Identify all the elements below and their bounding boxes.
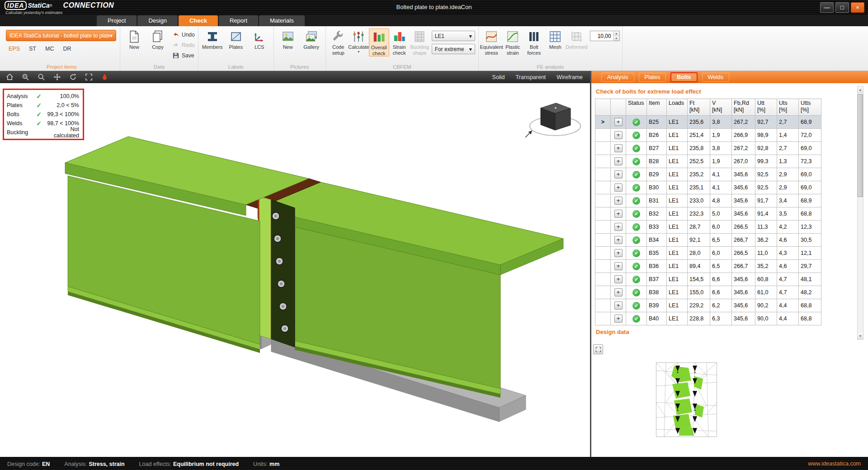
- bolt-row-B26[interactable]: +✓B26LE1251,41,9266,998,91,472,0: [595, 129, 821, 142]
- home-icon[interactable]: [5, 73, 14, 81]
- bolt-row-B27[interactable]: +✓B27LE1235,83,8267,292,82,769,0: [595, 142, 821, 155]
- maximize-button[interactable]: □: [835, 2, 849, 13]
- bolt-row-B29[interactable]: +✓B29LE1235,24,1345,692,52,969,0: [595, 168, 821, 181]
- bolt-row-B32[interactable]: +✓B32LE1232,35,0345,691,43,568,8: [595, 207, 821, 221]
- mode-eps-button[interactable]: EPS: [9, 46, 20, 52]
- expand-preview-button[interactable]: [593, 344, 603, 354]
- equivalent-stress-button[interactable]: Equivalent stress: [481, 28, 502, 56]
- zoom-icon[interactable]: [37, 73, 46, 81]
- expand-row-button[interactable]: +: [614, 301, 623, 310]
- expand-row-button[interactable]: +: [614, 249, 623, 257]
- bolt-row-B35[interactable]: +✓B35LE128,06,0266,511,04,312,1: [595, 247, 821, 260]
- bolt-row-B40[interactable]: +✓B40LE1228,86,3345,690,04,468,8: [595, 312, 821, 325]
- expand-row-button[interactable]: +: [614, 210, 623, 218]
- col-header-utts[interactable]: Utts[%]: [799, 99, 821, 116]
- col-header-loads[interactable]: Loads: [667, 99, 688, 116]
- expand-row-button[interactable]: +: [614, 170, 623, 179]
- undo-button[interactable]: Undo: [172, 30, 195, 39]
- tab-bolts[interactable]: Bolts: [670, 72, 697, 82]
- expand-row-button[interactable]: +: [614, 197, 623, 205]
- scroll-down-icon[interactable]: ▼: [858, 333, 863, 339]
- expand-row-button[interactable]: +: [614, 288, 623, 296]
- rotate-icon[interactable]: [69, 73, 77, 81]
- ribbon-tab-report[interactable]: Report: [219, 15, 258, 26]
- paint-results-icon[interactable]: [100, 73, 109, 81]
- mode-mc-button[interactable]: MC: [45, 46, 54, 52]
- calculate-button[interactable]: Calculate ▾: [349, 28, 369, 54]
- lcs-label-button[interactable]: LCS: [248, 28, 271, 50]
- tab-analysis[interactable]: Analysis: [601, 73, 634, 82]
- scroll-up-icon[interactable]: ▲: [858, 86, 863, 93]
- bolt-row-B39[interactable]: +✓B39LE1229,26,2345,690,24,468,8: [595, 299, 821, 312]
- col-header-v[interactable]: V[kN]: [710, 99, 732, 116]
- strain-check-button[interactable]: Strain check: [389, 28, 410, 56]
- expand-row-button[interactable]: +: [614, 131, 623, 139]
- tab-welds[interactable]: Welds: [702, 73, 730, 82]
- viewport-3d-scene[interactable]: Analysis✓100,0%Plates✓2,0 < 5%Bolts✓99,3…: [0, 83, 590, 457]
- mode-dr-button[interactable]: DR: [63, 46, 71, 52]
- ribbon-tab-design[interactable]: Design: [137, 15, 177, 26]
- bolt-row-B31[interactable]: +✓B31LE1233,04,8345,691,73,468,9: [595, 194, 821, 207]
- right-beam-member[interactable]: [258, 182, 563, 398]
- navigation-cube[interactable]: [525, 103, 580, 137]
- col-header-utt[interactable]: Utt[%]: [755, 99, 777, 116]
- extreme-mode-dropdown[interactable]: For extreme ▾: [432, 44, 475, 54]
- expand-row-button[interactable]: +: [614, 315, 623, 323]
- bolt-forces-preview[interactable]: [656, 362, 717, 437]
- pan-icon[interactable]: [53, 73, 61, 81]
- bolt-row-B34[interactable]: +✓B34LE192,16,5266,736,24,630,5: [595, 234, 821, 247]
- load-effect-dropdown[interactable]: LE1 ▾: [432, 31, 475, 41]
- view-mode-transparent[interactable]: Transparent: [514, 74, 547, 80]
- copy-button[interactable]: Copy: [146, 28, 170, 50]
- close-button[interactable]: ×: [851, 2, 864, 13]
- fit-view-icon[interactable]: [85, 73, 93, 81]
- expand-row-button[interactable]: +: [614, 236, 623, 244]
- panel-scrollbar[interactable]: ▲ ▼: [857, 86, 863, 340]
- mode-st-button[interactable]: ST: [29, 46, 36, 52]
- save-button[interactable]: Save: [172, 51, 195, 60]
- design-data-section-title[interactable]: Design data: [596, 329, 629, 335]
- ribbon-tab-materials[interactable]: Materials: [259, 15, 305, 26]
- col-header-control[interactable]: [611, 99, 626, 116]
- bolt-row-B37[interactable]: +✓B37LE1154,56,6345,660,84,748,1: [595, 273, 821, 286]
- overall-check-button[interactable]: Overall check: [369, 28, 389, 56]
- bolt-row-B28[interactable]: +✓B28LE1252,51,9267,099,31,372,3: [595, 155, 821, 168]
- expand-row-button[interactable]: +: [614, 275, 623, 283]
- col-header-control[interactable]: [595, 99, 611, 116]
- view-mode-solid[interactable]: Solid: [491, 74, 507, 80]
- gallery-button[interactable]: Gallery: [300, 28, 323, 50]
- scene-svg[interactable]: [0, 83, 590, 457]
- bolt-row-B30[interactable]: +✓B30LE1235,14,1345,692,52,969,0: [595, 181, 821, 194]
- col-header-fbrd[interactable]: Fb,Rd[kN]: [732, 99, 755, 116]
- code-setup-button[interactable]: Code setup: [328, 28, 349, 56]
- col-header-uts[interactable]: Uts[%]: [777, 99, 799, 116]
- expand-row-button[interactable]: +: [614, 223, 623, 231]
- col-header-ft[interactable]: Ft[kN]: [688, 99, 710, 116]
- ribbon-tab-check[interactable]: Check: [179, 15, 218, 26]
- expand-row-button[interactable]: +: [614, 118, 623, 126]
- expand-row-button[interactable]: +: [614, 262, 623, 270]
- bolt-row-B38[interactable]: +✓B38LE1155,06,6345,661,04,748,2: [595, 286, 821, 299]
- minimize-button[interactable]: —: [820, 2, 834, 13]
- zoom-window-icon[interactable]: [21, 73, 30, 81]
- ribbon-tab-project[interactable]: Project: [97, 15, 137, 26]
- bolt-row-B25[interactable]: >+✓B25LE1235,63,8267,292,72,768,9: [595, 116, 821, 129]
- spin-up-icon[interactable]: ▲: [613, 31, 619, 36]
- project-items-dropdown[interactable]: IDEA StatiCa tutorial - bolted plate to …: [6, 30, 116, 41]
- bolt-row-B36[interactable]: +✓B36LE189,46,5266,735,24,629,7: [595, 260, 821, 273]
- mesh-button[interactable]: Mesh: [545, 28, 566, 50]
- bolt-forces-button[interactable]: Bolt forces: [524, 28, 545, 56]
- expand-row-button[interactable]: +: [614, 157, 623, 165]
- website-link[interactable]: www.ideastatica.com: [808, 461, 861, 467]
- plastic-strain-button[interactable]: Plastic strain: [502, 28, 524, 56]
- new-project-item-button[interactable]: New: [123, 28, 146, 50]
- deformed-scale-spinner[interactable]: 10,00 ▲ ▼: [590, 31, 620, 41]
- view-mode-wireframe[interactable]: Wireframe: [555, 74, 585, 80]
- new-picture-button[interactable]: New: [276, 28, 300, 50]
- expand-row-button[interactable]: +: [614, 144, 623, 152]
- col-header-item[interactable]: Item: [647, 99, 667, 116]
- scrollbar-thumb[interactable]: [858, 94, 863, 197]
- members-label-button[interactable]: Members: [201, 28, 224, 50]
- plates-label-button[interactable]: Plates: [224, 28, 248, 50]
- tab-plates[interactable]: Plates: [639, 73, 666, 82]
